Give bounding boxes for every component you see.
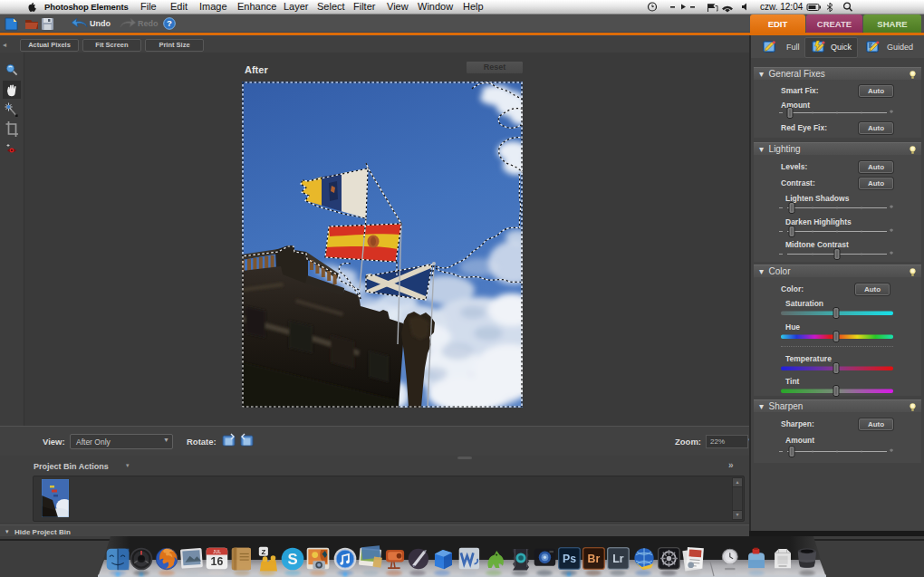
svg-text:?: ? xyxy=(167,18,172,28)
svg-text:JUL: JUL xyxy=(213,549,221,554)
svg-text:Br: Br xyxy=(588,553,601,566)
svg-text:Lr: Lr xyxy=(612,553,624,566)
svg-text:Ps: Ps xyxy=(563,553,576,566)
svg-text:Z: Z xyxy=(261,548,265,556)
svg-text:S: S xyxy=(287,551,297,568)
svg-text:16: 16 xyxy=(211,555,224,568)
